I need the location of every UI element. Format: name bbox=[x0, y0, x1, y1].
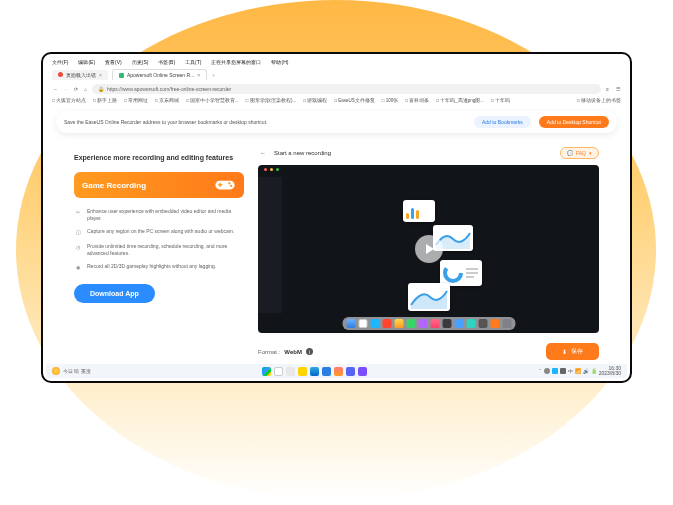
error-icon bbox=[58, 72, 63, 77]
feature-item: ◷Provide unlimited time recording, sched… bbox=[74, 243, 244, 256]
menu-bookmarks[interactable]: 书签(B) bbox=[158, 59, 175, 65]
lock-icon: 🔒 bbox=[98, 86, 104, 92]
clock-date: 2023/8/30 bbox=[599, 371, 621, 376]
crop-icon: ◫ bbox=[74, 228, 82, 236]
extensions-button[interactable]: ≡ bbox=[604, 86, 611, 93]
bookmark-item[interactable]: □ 游戏编程 bbox=[303, 98, 327, 103]
start-button[interactable] bbox=[262, 367, 271, 376]
format-value: WebM bbox=[284, 349, 302, 355]
features-heading: Experience more recording and editing fe… bbox=[74, 153, 244, 162]
close-icon[interactable]: × bbox=[99, 72, 102, 78]
back-button[interactable]: ← bbox=[52, 86, 59, 93]
bookmark-item[interactable]: □ 常用网址 bbox=[124, 98, 148, 103]
chevron-down-icon: ▾ bbox=[589, 150, 592, 156]
taskbar-app[interactable] bbox=[346, 367, 355, 376]
game-recording-pill[interactable]: Game Recording bbox=[74, 172, 244, 198]
format-row: Format : WebM i ⬇ 保存 bbox=[258, 343, 599, 360]
svg-point-1 bbox=[228, 182, 230, 184]
task-view-icon[interactable] bbox=[286, 367, 295, 376]
taskbar-app[interactable] bbox=[334, 367, 343, 376]
url-text: https://www.apowersoft.com/free-online-s… bbox=[107, 86, 231, 92]
feature-item: ◫Capture any region on the PC screen alo… bbox=[74, 228, 244, 236]
taskbar-app[interactable] bbox=[298, 367, 307, 376]
tab-label: Apowersoft Online Screen R... bbox=[127, 72, 194, 78]
menu-tools[interactable]: 工具(T) bbox=[185, 59, 201, 65]
forward-button[interactable]: → bbox=[62, 86, 69, 93]
banner-text: Save the EaseUS Online Recorder address … bbox=[64, 119, 466, 125]
windows-taskbar: 今日 晴 重度 ˄ 中 📶 🔊 🔋 16:30 2023/8/30 bbox=[46, 364, 627, 378]
chat-icon: 💬 bbox=[567, 150, 573, 156]
taskbar-app[interactable] bbox=[358, 367, 367, 376]
bookmark-item[interactable]: □ 十年码 bbox=[491, 98, 510, 103]
start-recording-title: Start a new recording bbox=[274, 150, 331, 156]
save-button[interactable]: ⬇ 保存 bbox=[546, 343, 599, 360]
home-button[interactable]: ⌂ bbox=[82, 86, 89, 93]
add-to-bookmarks-button[interactable]: Add to Bookmarks bbox=[474, 116, 531, 128]
tab-error[interactable]: 页面载入出错 × bbox=[52, 70, 108, 80]
new-tab-button[interactable]: ＋ bbox=[211, 72, 216, 78]
feature-item: ✂Enhance user experience with embedded v… bbox=[74, 208, 244, 221]
weather-icon bbox=[52, 367, 60, 375]
add-to-desktop-button[interactable]: Add to Desktop Shortcut bbox=[539, 116, 609, 128]
taskbar-app[interactable] bbox=[310, 367, 319, 376]
taskbar-app[interactable] bbox=[322, 367, 331, 376]
wifi-icon[interactable]: 📶 bbox=[575, 368, 581, 374]
bookmark-item[interactable]: □ 新手上路 bbox=[93, 98, 117, 103]
download-app-button[interactable]: Download App bbox=[74, 284, 155, 303]
menu-view[interactable]: 查看(V) bbox=[105, 59, 122, 65]
bookmarks-bar: □ 火狐官方站点 □ 新手上路 □ 常用网址 □ 京东商城 □ 国家中小学智慧教… bbox=[46, 96, 627, 105]
recording-preview[interactable] bbox=[258, 165, 599, 333]
features-list: ✂Enhance user experience with embedded v… bbox=[74, 208, 244, 271]
clock-icon: ◷ bbox=[74, 243, 82, 251]
bookmark-item[interactable]: □ 百科词条 bbox=[405, 98, 429, 103]
address-bar[interactable]: 🔒 https://www.apowersoft.com/free-online… bbox=[92, 84, 601, 94]
play-icon bbox=[423, 243, 435, 255]
bookmark-item[interactable]: □ EaseUS文件修复 bbox=[334, 98, 374, 103]
menu-sharing[interactable]: 正在共享您屏幕的窗口 bbox=[211, 59, 261, 65]
reload-button[interactable]: ⟳ bbox=[72, 86, 79, 93]
chevron-up-icon[interactable]: ˄ bbox=[539, 368, 542, 374]
right-column: ← Start a new recording 💬 FAQ ▾ bbox=[258, 139, 599, 360]
page-content: Experience more recording and editing fe… bbox=[46, 139, 627, 360]
tray-icon[interactable] bbox=[544, 368, 550, 374]
system-tray[interactable]: ˄ 中 📶 🔊 🔋 16:30 2023/8/30 bbox=[539, 366, 627, 376]
mac-dock bbox=[342, 317, 515, 330]
svg-rect-8 bbox=[466, 276, 474, 278]
download-icon: ⬇ bbox=[562, 348, 567, 355]
taskbar-weather[interactable]: 今日 晴 重度 bbox=[46, 367, 91, 375]
svg-point-2 bbox=[230, 185, 232, 187]
tab-apowersoft[interactable]: Apowersoft Online Screen R... × bbox=[112, 69, 207, 80]
tray-icon[interactable] bbox=[560, 368, 566, 374]
toolbar: ← → ⟳ ⌂ 🔒 https://www.apowersoft.com/fre… bbox=[46, 82, 627, 96]
volume-icon[interactable]: 🔊 bbox=[583, 368, 589, 374]
game-recording-label: Game Recording bbox=[82, 181, 146, 190]
back-arrow-icon[interactable]: ← bbox=[258, 148, 268, 158]
search-icon[interactable] bbox=[274, 367, 283, 376]
bookmark-item[interactable]: □ 京东商城 bbox=[155, 98, 179, 103]
menu-edit[interactable]: 编辑(E) bbox=[78, 59, 95, 65]
svg-rect-4 bbox=[219, 183, 220, 187]
menu-button[interactable]: ☰ bbox=[614, 86, 621, 93]
bookmark-item[interactable]: □ 火狐官方站点 bbox=[52, 98, 86, 103]
battery-icon[interactable]: 🔋 bbox=[591, 368, 597, 374]
menu-history[interactable]: 历史(S) bbox=[132, 59, 149, 65]
menu-help[interactable]: 帮助(H) bbox=[271, 59, 288, 65]
bookmark-item[interactable]: □ 国家中小学智慧教育... bbox=[186, 98, 239, 103]
bookmark-item[interactable]: □ 十年码_馬達png图... bbox=[436, 98, 484, 103]
faq-button[interactable]: 💬 FAQ ▾ bbox=[560, 147, 599, 159]
bookmark-item[interactable]: □ 移动设备上的书签 bbox=[577, 98, 621, 103]
bookmark-item[interactable]: □ 图形学(软渲染教程)... bbox=[246, 98, 297, 103]
menu-file[interactable]: 文件(F) bbox=[52, 59, 68, 65]
taskbar-center bbox=[262, 367, 367, 376]
info-icon[interactable]: i bbox=[306, 348, 313, 355]
svg-point-5 bbox=[445, 265, 461, 281]
bookmark-item[interactable]: □ 100张 bbox=[382, 98, 398, 103]
recording-header: ← Start a new recording 💬 FAQ ▾ bbox=[258, 147, 599, 159]
scissors-icon: ✂ bbox=[74, 208, 82, 216]
tray-icon[interactable] bbox=[552, 368, 558, 374]
play-button[interactable] bbox=[415, 235, 443, 263]
ime-icon[interactable]: 中 bbox=[568, 368, 573, 374]
svg-rect-7 bbox=[466, 272, 478, 274]
close-icon[interactable]: × bbox=[197, 72, 200, 78]
favicon-icon bbox=[119, 73, 124, 78]
